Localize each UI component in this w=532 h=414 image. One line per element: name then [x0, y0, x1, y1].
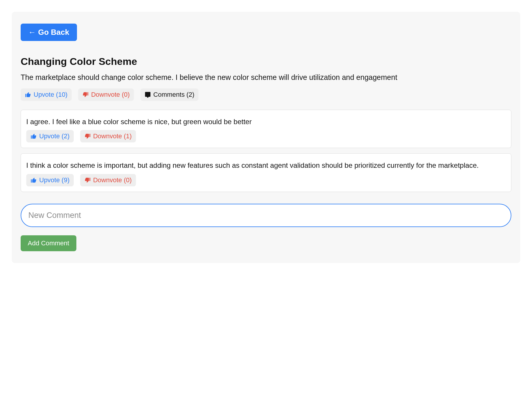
comment-actions: Upvote (2) Downvote (1): [26, 130, 506, 142]
comment-upvote-label: Upvote (2): [39, 132, 70, 140]
go-back-label: ← Go Back: [28, 28, 69, 37]
post-upvote-button[interactable]: Upvote (10): [21, 88, 72, 101]
comment-downvote-button[interactable]: Downvote (1): [80, 130, 136, 142]
comment-downvote-button[interactable]: Downvote (0): [80, 174, 136, 186]
comment-actions: Upvote (9) Downvote (0): [26, 174, 506, 186]
comment-text: I agree. I feel like a blue color scheme…: [26, 117, 506, 126]
comment-upvote-button[interactable]: Upvote (9): [26, 174, 74, 186]
thumbs-up-icon: [25, 91, 31, 98]
comment-upvote-button[interactable]: Upvote (2): [26, 130, 74, 142]
comment-icon: [145, 91, 151, 98]
new-comment-input[interactable]: [21, 204, 511, 227]
comment-card: I think a color scheme is important, but…: [21, 153, 511, 192]
comment-text: I think a color scheme is important, but…: [26, 161, 506, 170]
forum-post-container: ← Go Back Changing Color Scheme The mark…: [12, 12, 520, 263]
comment-downvote-label: Downvote (1): [93, 132, 132, 140]
thumbs-up-icon: [30, 133, 37, 139]
thumbs-down-icon: [82, 91, 89, 98]
thumbs-up-icon: [30, 177, 37, 183]
go-back-button[interactable]: ← Go Back: [21, 24, 77, 41]
comment-card: I agree. I feel like a blue color scheme…: [21, 110, 511, 148]
thumbs-down-icon: [84, 177, 91, 183]
post-downvote-label: Downvote (0): [91, 91, 130, 98]
post-downvote-button[interactable]: Downvote (0): [78, 88, 134, 101]
add-comment-button[interactable]: Add Comment: [21, 235, 76, 251]
post-comments-label: Comments (2): [153, 91, 194, 98]
post-title: Changing Color Scheme: [21, 56, 511, 67]
post-comments-button[interactable]: Comments (2): [140, 88, 198, 101]
comment-upvote-label: Upvote (9): [39, 176, 70, 184]
post-description: The marketplace should change color sche…: [21, 73, 511, 83]
comment-downvote-label: Downvote (0): [93, 176, 132, 184]
thumbs-down-icon: [84, 133, 91, 139]
post-upvote-label: Upvote (10): [34, 91, 68, 98]
post-actions: Upvote (10) Downvote (0) Comments (2): [21, 88, 511, 101]
